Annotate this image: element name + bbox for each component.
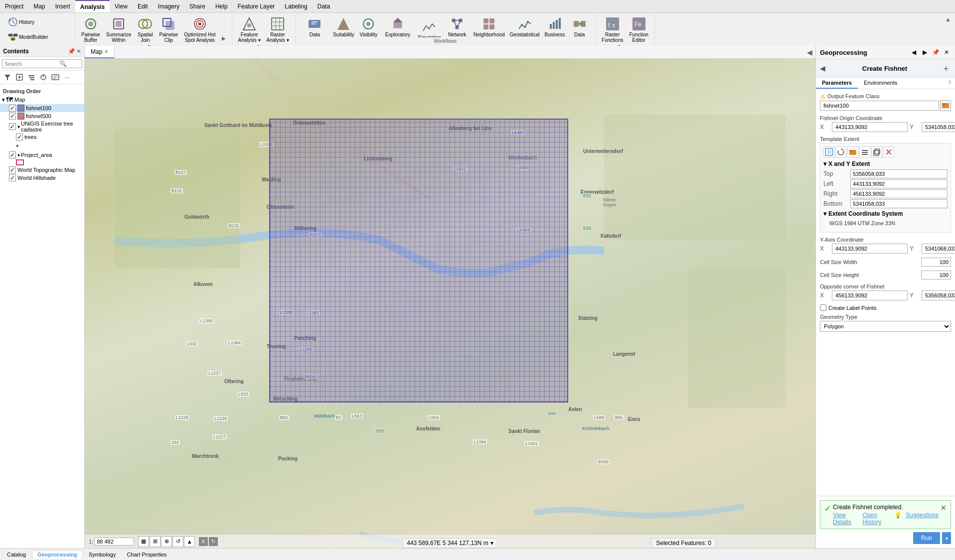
output-feature-class-input[interactable]: [820, 101, 939, 111]
open-history-link[interactable]: Open History: [863, 512, 890, 526]
right-value-input[interactable]: [850, 189, 948, 198]
output-feature-class-browse-btn[interactable]: [940, 100, 951, 111]
y-axis-y-input[interactable]: [922, 244, 955, 254]
contents-pin-btn[interactable]: 📌: [68, 48, 75, 55]
map-tab-close[interactable]: ✕: [104, 49, 108, 54]
tree-item-project-area[interactable]: ✓ ▾ Project_area: [0, 151, 84, 159]
unigis-checkbox[interactable]: ✓: [9, 123, 16, 130]
suitability-modeler-button[interactable]: SuitabilityModeler: [331, 15, 356, 37]
map-canvas[interactable]: Sankt Gotthard im Mühlkreis Gramastetten…: [85, 59, 815, 548]
map-nav-btn5[interactable]: ▲: [184, 536, 195, 547]
tree-item-map[interactable]: ▾ 🗺 Map: [0, 95, 84, 104]
xy-extent-toggle[interactable]: ▾ X and Y Extent: [823, 160, 948, 167]
search-input[interactable]: [4, 61, 59, 67]
tree-item-trees[interactable]: ✓ trees: [0, 133, 84, 141]
extent-folder-btn[interactable]: [847, 146, 858, 157]
tree-item-world-topo[interactable]: ✓ World Topographic Map: [0, 166, 84, 174]
coordinate-display[interactable]: 443 589,67E 5 344 127,13N m ▾: [402, 538, 497, 548]
tab-insert[interactable]: Insert: [50, 0, 75, 12]
more-tools-button[interactable]: ▸: [220, 15, 228, 44]
toolbar-labels-btn[interactable]: [50, 72, 61, 83]
extent-layer-btn[interactable]: [859, 146, 870, 157]
map-nav-btn3[interactable]: ⊕: [161, 536, 172, 547]
create-label-points-checkbox[interactable]: [820, 304, 826, 311]
cell-size-width-input[interactable]: [921, 258, 951, 267]
opp-x-input[interactable]: [832, 290, 908, 300]
exploratory-3d-button[interactable]: Exploratory3D Analysis ▾: [381, 15, 415, 37]
pairwise-buffer-button[interactable]: PairwiseBuffer: [79, 15, 102, 44]
geo-tool-add-btn[interactable]: ＋: [941, 62, 951, 74]
raster-functions-button[interactable]: fx RasterFunctions: [600, 15, 625, 44]
map-nav-btn2[interactable]: ⊞: [150, 536, 160, 547]
tab-imagery[interactable]: Imagery: [153, 0, 184, 12]
modelbuilder-button[interactable]: ModelBuilder: [6, 30, 49, 44]
function-editor-button[interactable]: Fe FunctionEditor: [627, 15, 650, 44]
pause-btn[interactable]: ⏸: [199, 537, 208, 546]
tab-data[interactable]: Data: [313, 0, 335, 12]
fishnet100-checkbox[interactable]: ✓: [9, 105, 16, 112]
toolbar-filter-btn[interactable]: [2, 72, 13, 83]
summarize-within-button[interactable]: SummarizeWithin: [104, 15, 134, 44]
geo-close-btn[interactable]: ✕: [942, 48, 951, 57]
top-value-input[interactable]: [850, 169, 948, 178]
hotspot-button[interactable]: Optimized HotSpot Analysis: [182, 15, 217, 44]
business-analysis-button[interactable]: BusinessAnalysis: [543, 15, 567, 37]
fishnet500-checkbox[interactable]: ✓: [9, 113, 16, 120]
tab-project[interactable]: Project: [0, 0, 28, 12]
ribbon-collapse-btn[interactable]: ▲: [943, 14, 953, 25]
bottom-tab-chart-properties[interactable]: Chart Properties: [122, 551, 171, 559]
y-axis-x-input[interactable]: [832, 244, 908, 254]
tab-help[interactable]: Help: [210, 0, 233, 12]
run-dropdown-btn[interactable]: ▾: [942, 532, 951, 544]
data-engineering-button[interactable]: DataEngineering: [300, 15, 330, 37]
origin-x-input[interactable]: [832, 122, 908, 132]
suggestions-link[interactable]: Suggestions: [906, 512, 939, 526]
toolbar-add-data-btn[interactable]: [14, 72, 25, 83]
success-close-btn[interactable]: ✕: [941, 504, 947, 512]
map-nav-btn4[interactable]: ↺: [172, 536, 183, 547]
trees-checkbox[interactable]: ✓: [16, 134, 23, 140]
geo-tool-back-btn[interactable]: ◀: [820, 64, 825, 72]
neighborhood-explorer-button[interactable]: NeighborhoodExplorer: [472, 15, 507, 37]
network-analysis-button[interactable]: NetworkAnalysis ▾: [444, 15, 471, 37]
tab-feature-layer[interactable]: Feature Layer: [233, 0, 280, 12]
geo-tab-parameters[interactable]: Parameters: [816, 78, 858, 89]
crs-toggle[interactable]: ▾ Extent Coordinate System: [823, 210, 948, 217]
refresh-btn[interactable]: ↻: [209, 537, 218, 546]
geo-tab-help[interactable]: ?: [944, 78, 955, 89]
geo-back-btn[interactable]: ◀: [909, 48, 918, 57]
bottom-value-input[interactable]: [850, 199, 948, 208]
geometry-type-select[interactable]: Polygon Polyline: [820, 321, 951, 332]
tab-analysis[interactable]: Analysis: [75, 0, 110, 12]
opp-y-input[interactable]: [922, 290, 955, 300]
tab-share[interactable]: Share: [184, 0, 210, 12]
tree-item-fishnet100[interactable]: ✓ fishnet100: [0, 104, 84, 112]
run-button[interactable]: Run: [913, 532, 940, 544]
extent-clear-btn[interactable]: [883, 146, 894, 157]
left-value-input[interactable]: [850, 179, 948, 188]
extent-copy-btn[interactable]: [871, 146, 882, 157]
toolbar-symbology-btn[interactable]: [38, 72, 49, 83]
origin-y-input[interactable]: [922, 122, 955, 132]
tab-labeling[interactable]: Labeling: [280, 0, 312, 12]
geostatistical-wizard-button[interactable]: GeostatisticalWizard: [508, 15, 542, 37]
feature-analysis-button[interactable]: FeatureAnalysis ▾: [236, 15, 263, 44]
tree-item-fishnet500[interactable]: ✓ fishnet500: [0, 112, 84, 120]
geo-forward-btn[interactable]: ▶: [920, 48, 929, 57]
toolbar-group-btn[interactable]: [26, 72, 37, 83]
visibility-analysis-button[interactable]: VisibilityAnalysis: [357, 15, 380, 37]
tree-item-unigis[interactable]: ✓ ▾ UNiGIS Exercise tree cadastre: [0, 120, 84, 133]
hillshade-checkbox[interactable]: ✓: [9, 174, 16, 181]
world-topo-checkbox[interactable]: ✓: [9, 166, 16, 173]
scale-input[interactable]: [94, 538, 134, 546]
bottom-tab-catalog[interactable]: Catalog: [2, 551, 31, 559]
toggle-grid-btn[interactable]: ▦: [138, 536, 149, 547]
tab-edit[interactable]: Edit: [133, 0, 153, 12]
bottom-tab-symbology[interactable]: Symbology: [84, 551, 121, 559]
geo-pin-btn[interactable]: 📌: [931, 48, 940, 57]
cell-size-height-input[interactable]: [921, 271, 951, 280]
geo-tab-environments[interactable]: Environments: [858, 78, 903, 89]
project-area-checkbox[interactable]: ✓: [9, 151, 16, 158]
extent-draw-btn[interactable]: [823, 146, 834, 157]
bottom-tab-geoprocessing[interactable]: Geoprocessing: [32, 550, 83, 559]
